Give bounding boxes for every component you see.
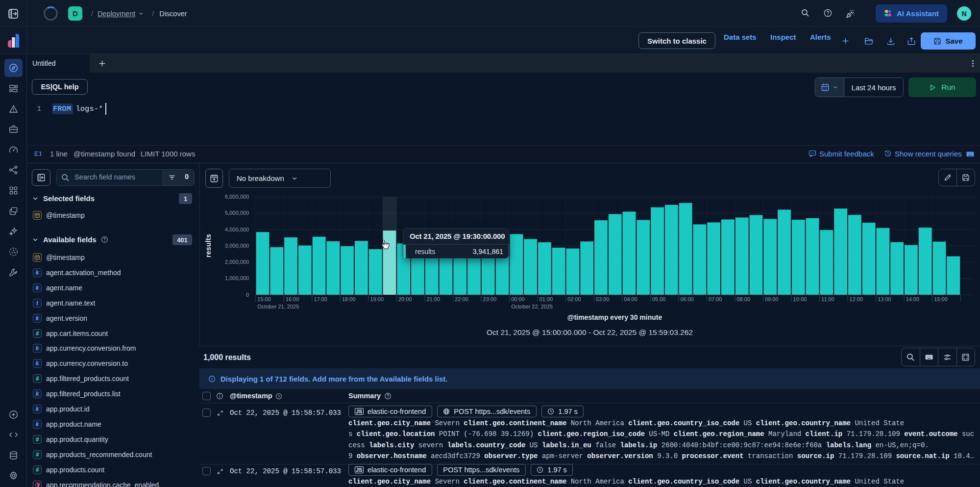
svg-text:13:00: 13:00 <box>878 296 891 302</box>
svg-text:19:00: 19:00 <box>370 296 384 302</box>
svg-text:17:00: 17:00 <box>314 296 327 302</box>
svg-text:00:00: 00:00 <box>511 296 525 302</box>
svg-text:20:00: 20:00 <box>398 296 412 302</box>
svg-text:4,000,000: 4,000,000 <box>225 227 249 232</box>
svg-text:1,000,000: 1,000,000 <box>225 275 249 281</box>
svg-text:5,000,000: 5,000,000 <box>225 210 249 216</box>
svg-text:01:00: 01:00 <box>539 296 553 302</box>
svg-text:02:00: 02:00 <box>567 296 581 302</box>
svg-text:21:00: 21:00 <box>427 296 441 302</box>
svg-text:6,000,000: 6,000,000 <box>225 194 249 200</box>
svg-text:11:00: 11:00 <box>821 296 834 302</box>
svg-text:04:00: 04:00 <box>624 296 637 302</box>
svg-text:05:00: 05:00 <box>652 296 666 302</box>
svg-text:08:00: 08:00 <box>737 296 751 302</box>
svg-text:2,000,000: 2,000,000 <box>225 259 249 265</box>
svg-text:10:00: 10:00 <box>793 296 807 302</box>
svg-text:22:00: 22:00 <box>455 296 468 302</box>
svg-text:07:00: 07:00 <box>709 296 722 302</box>
svg-text:06:00: 06:00 <box>680 296 694 302</box>
svg-text:0: 0 <box>246 292 249 298</box>
svg-text:October 21, 2025: October 21, 2025 <box>257 304 299 309</box>
svg-text:03:00: 03:00 <box>596 296 610 302</box>
svg-text:12:00: 12:00 <box>850 296 863 302</box>
svg-text:18:00: 18:00 <box>342 296 356 302</box>
svg-text:3,000,000: 3,000,000 <box>225 243 249 249</box>
svg-text:23:00: 23:00 <box>483 296 497 302</box>
svg-text:October 22, 2025: October 22, 2025 <box>511 304 553 309</box>
svg-text:15:00: 15:00 <box>934 296 948 302</box>
svg-text:15:00: 15:00 <box>257 296 271 302</box>
svg-text:09:00: 09:00 <box>765 296 779 302</box>
svg-text:16:00: 16:00 <box>286 296 299 302</box>
svg-text:14:00: 14:00 <box>906 296 920 302</box>
